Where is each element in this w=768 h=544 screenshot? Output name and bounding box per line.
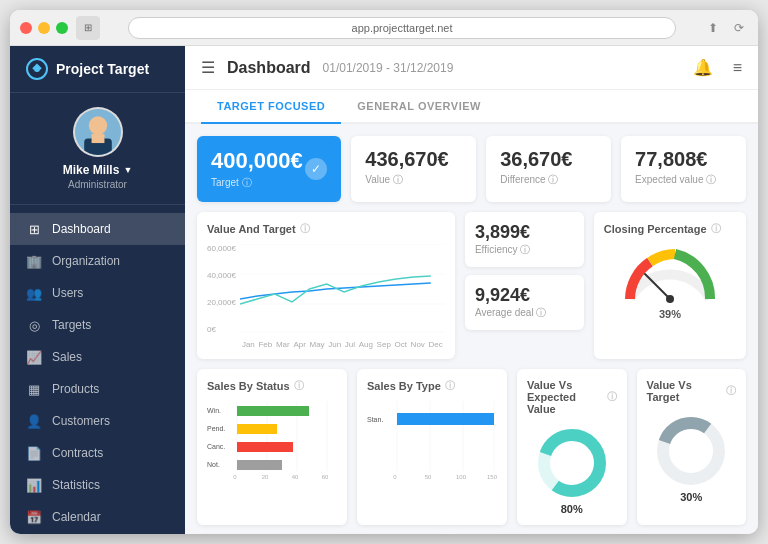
app-container: Project Target Mike Mills ▼ Administrato… (10, 46, 758, 534)
third-row: Sales By Status ⓘ Win. Pend. (197, 369, 746, 525)
browser-actions: ⬆ ⟳ (704, 19, 748, 37)
efficiency-label: Efficiency ⓘ (475, 243, 574, 257)
kpi-value-label: Value ⓘ (365, 173, 462, 187)
sidebar-logo: Project Target (10, 46, 185, 93)
sidebar-item-statistics[interactable]: 📊 Statistics (10, 469, 185, 501)
minimize-button[interactable] (38, 22, 50, 34)
svg-text:150: 150 (487, 474, 497, 480)
organization-icon: 🏢 (26, 253, 42, 269)
line-chart-card: Value And Target ⓘ 60,000€ 40,000€ 20,00… (197, 212, 455, 359)
svg-text:20: 20 (262, 474, 269, 480)
efficiency-card: 3,899€ Efficiency ⓘ (465, 212, 584, 267)
gauge-container: 39% (604, 244, 736, 320)
maximize-button[interactable] (56, 22, 68, 34)
url-bar[interactable]: app.projecttarget.net (128, 17, 676, 39)
svg-text:0: 0 (233, 474, 237, 480)
refresh-icon[interactable]: ⟳ (730, 19, 748, 37)
customers-icon: 👤 (26, 413, 42, 429)
user-name: Mike Mills ▼ (63, 163, 133, 177)
user-role: Administrator (68, 179, 127, 190)
sales-by-status-svg: Win. Pend. Canc. Not. 0 (207, 401, 337, 481)
sidebar-item-contracts[interactable]: 📄 Contracts (10, 437, 185, 469)
tab-target-focused[interactable]: TARGET FOCUSED (201, 90, 341, 124)
sidebar-item-label: Targets (52, 318, 91, 332)
svg-text:50: 50 (425, 474, 432, 480)
sidebar-item-competition[interactable]: 🏆 Competition (10, 533, 185, 534)
kpi-row: 400,000€ Target ⓘ ✓ 436,670€ Value ⓘ 36,… (197, 136, 746, 202)
avatar (73, 107, 123, 157)
donut-target-pct: 30% (680, 491, 702, 503)
app-header: ☰ Dashboard 01/01/2019 - 31/12/2019 🔔 ≡ (185, 46, 758, 90)
svg-rect-17 (237, 406, 309, 416)
sidebar-item-label: Sales (52, 350, 82, 364)
sales-by-status-title: Sales By Status ⓘ (207, 379, 337, 393)
svg-rect-23 (237, 460, 282, 470)
calendar-icon: 📅 (26, 509, 42, 525)
browser-window: ⊞ app.projecttarget.net ⬆ ⟳ Project Targ… (10, 10, 758, 534)
sidebar-item-calendar[interactable]: 📅 Calendar (10, 501, 185, 533)
svg-rect-5 (91, 134, 104, 143)
kpi-target-info: 400,000€ Target ⓘ (211, 148, 303, 190)
svg-text:Win.: Win. (207, 407, 221, 414)
filter-icon[interactable]: ≡ (733, 59, 742, 77)
line-chart-svg (240, 244, 445, 334)
donut-target-svg (651, 411, 731, 491)
statistics-icon: 📊 (26, 477, 42, 493)
stats-column: 3,899€ Efficiency ⓘ 9,924€ Average deal … (465, 212, 584, 359)
donut-expected-svg (532, 423, 612, 503)
sidebar-item-users[interactable]: 👥 Users (10, 277, 185, 309)
line-chart-area: JanFebMarAprMayJun JulAugSepOctNovDec (240, 244, 445, 349)
logo-text: Project Target (56, 61, 149, 77)
sidebar-item-targets[interactable]: ◎ Targets (10, 309, 185, 341)
kpi-diff-amount: 36,670€ (500, 148, 597, 171)
browser-bar: ⊞ app.projecttarget.net ⬆ ⟳ (10, 10, 758, 46)
x-axis-labels: JanFebMarAprMayJun JulAugSepOctNovDec (240, 340, 445, 349)
sidebar-item-label: Organization (52, 254, 120, 268)
kpi-expected: 77,808€ Expected value ⓘ (621, 136, 746, 202)
sidebar-item-customers[interactable]: 👤 Customers (10, 405, 185, 437)
gauge-pct: 39% (659, 308, 681, 320)
menu-icon[interactable]: ☰ (201, 58, 215, 77)
share-icon[interactable]: ⬆ (704, 19, 722, 37)
sidebar-item-products[interactable]: ▦ Products (10, 373, 185, 405)
sidebar-item-organization[interactable]: 🏢 Organization (10, 245, 185, 277)
svg-point-3 (88, 116, 106, 134)
avg-deal-value: 9,924€ (475, 285, 574, 306)
dashboard-content: 400,000€ Target ⓘ ✓ 436,670€ Value ⓘ 36,… (185, 124, 758, 534)
sidebar: Project Target Mike Mills ▼ Administrato… (10, 46, 185, 534)
url-text: app.projecttarget.net (352, 22, 453, 34)
closing-pct-title: Closing Percentage ⓘ (604, 222, 736, 236)
kpi-target-label: Target ⓘ (211, 176, 303, 190)
sidebar-item-label: Contracts (52, 446, 103, 460)
kpi-exp-amount: 77,808€ (635, 148, 732, 171)
sidebar-item-label: Customers (52, 414, 110, 428)
svg-text:Stan.: Stan. (367, 416, 383, 423)
page-title: Dashboard (227, 59, 311, 77)
notification-icon[interactable]: 🔔 (693, 58, 713, 77)
close-button[interactable] (20, 22, 32, 34)
value-vs-target-title: Value Vs Target ⓘ (647, 379, 737, 403)
sidebar-item-label: Calendar (52, 510, 101, 524)
traffic-lights (20, 22, 68, 34)
svg-text:60: 60 (322, 474, 329, 480)
sales-by-type-svg: Stan. 0 50 100 150 (367, 401, 497, 481)
efficiency-value: 3,899€ (475, 222, 574, 243)
kpi-target-value: 400,000€ (211, 148, 303, 174)
value-vs-target-card: Value Vs Target ⓘ 30% (637, 369, 747, 525)
kpi-difference: 36,670€ Difference ⓘ (486, 136, 611, 202)
avatar-image (75, 107, 121, 157)
sales-by-type-card: Sales By Type ⓘ Stan. 0 50 100 150 (357, 369, 507, 525)
sidebar-profile: Mike Mills ▼ Administrator (10, 93, 185, 205)
kpi-value-amount: 436,670€ (365, 148, 462, 171)
tab-bar: TARGET FOCUSED GENERAL OVERVIEW (185, 90, 758, 124)
kpi-exp-label: Expected value ⓘ (635, 173, 732, 187)
tab-general-overview[interactable]: GENERAL OVERVIEW (341, 90, 497, 124)
svg-point-1 (34, 66, 40, 72)
contracts-icon: 📄 (26, 445, 42, 461)
sidebar-item-sales[interactable]: 📈 Sales (10, 341, 185, 373)
kpi-target-check: ✓ (305, 158, 327, 180)
svg-text:Not.: Not. (207, 461, 220, 468)
avg-deal-label: Average deal ⓘ (475, 306, 574, 320)
sidebar-item-dashboard[interactable]: ⊞ Dashboard (10, 213, 185, 245)
svg-text:0: 0 (393, 474, 397, 480)
